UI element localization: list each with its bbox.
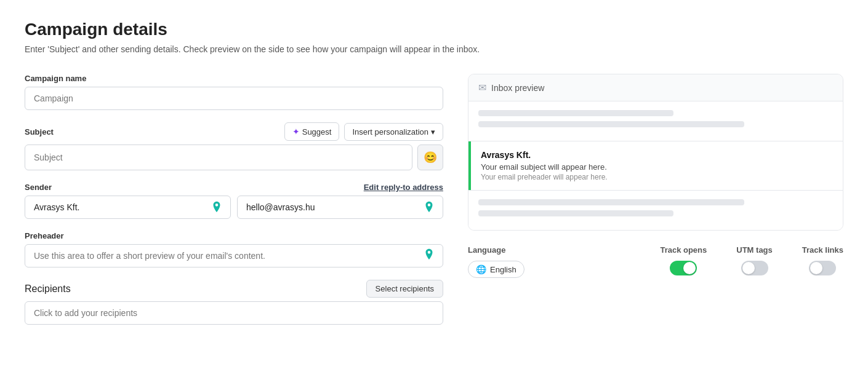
subject-input-wrap (25, 144, 412, 170)
page-title: Campaign details (25, 20, 843, 39)
skeleton-bar-1 (478, 110, 673, 116)
subject-group: Subject ✦ Suggest Insert personalization… (25, 122, 443, 170)
suggest-button[interactable]: ✦ Suggest (284, 122, 340, 141)
preheader-icon (422, 248, 436, 264)
track-opens-toggle-item: Track opens (660, 245, 707, 275)
utm-tags-label: UTM tags (736, 245, 773, 255)
envelope-icon: ✉ (478, 82, 486, 93)
sender-name-input[interactable] (25, 196, 231, 219)
subject-label: Subject (25, 127, 54, 137)
preheader-input[interactable] (25, 244, 443, 267)
suggest-label: Suggest (302, 127, 332, 137)
campaign-name-label: Campaign name (25, 74, 86, 83)
sender-row (25, 196, 443, 219)
preview-email-row: Avrasys Kft. Your email subject will app… (468, 141, 843, 191)
chevron-down-icon: ▾ (431, 127, 435, 137)
track-links-toggle[interactable] (809, 261, 836, 275)
edit-reply-to-link[interactable]: Edit reply-to address (364, 183, 443, 192)
recipients-label: Recipients (25, 283, 71, 295)
preview-subject-line: Your email subject will appear here. (481, 162, 608, 172)
language-badge[interactable]: 🌐 English (468, 261, 524, 278)
recipients-header: Recipients Select recipients (25, 280, 443, 298)
track-opens-thumb (683, 262, 696, 274)
recipients-input[interactable] (25, 301, 443, 325)
campaign-name-group: Campaign name (25, 74, 443, 110)
bottom-section: Language 🌐 English Track opens UTM ta (468, 245, 843, 278)
skeleton-bar-3 (478, 199, 744, 205)
subject-input[interactable] (25, 144, 412, 170)
preheader-group: Preheader (25, 231, 443, 267)
sender-name-field (25, 196, 231, 219)
sender-label: Sender (25, 183, 52, 192)
skeleton-bar-2 (478, 121, 744, 127)
inbox-preview-header: ✉ Inbox preview (468, 74, 843, 101)
preview-top-skeleton (468, 101, 843, 141)
recipients-group: Recipients Select recipients (25, 280, 443, 325)
preheader-label: Preheader (25, 231, 64, 240)
preview-preheader-line: Your email preheader will appear here. (481, 173, 608, 181)
sender-email-input[interactable] (237, 196, 443, 219)
toggle-group: Track opens UTM tags Track links (660, 245, 843, 275)
personalization-label: Insert personalization (352, 127, 428, 137)
page-subtitle: Enter 'Subject' and other sending detail… (25, 44, 843, 54)
left-panel: Campaign name Subject ✦ Suggest Insert p… (25, 74, 443, 337)
skeleton-bar-4 (478, 210, 673, 216)
inbox-preview-card: ✉ Inbox preview Avrasys Kft. Your email … (468, 74, 843, 231)
utm-tags-toggle-item: UTM tags (736, 245, 773, 275)
language-label: Language (468, 245, 524, 255)
subject-row: 😊 (25, 144, 443, 170)
globe-icon: 🌐 (476, 264, 486, 274)
utm-tags-toggle[interactable] (741, 261, 768, 275)
preview-bottom-skeleton (468, 191, 843, 230)
suggest-spark-icon: ✦ (292, 127, 300, 137)
subject-actions: ✦ Suggest Insert personalization ▾ (284, 122, 443, 141)
track-links-thumb (810, 262, 822, 274)
sender-name-icon (210, 200, 223, 214)
right-panel: ✉ Inbox preview Avrasys Kft. Your email … (468, 74, 843, 278)
track-opens-toggle[interactable] (670, 261, 697, 275)
preview-email-content: Avrasys Kft. Your email subject will app… (471, 141, 617, 190)
insert-personalization-button[interactable]: Insert personalization ▾ (344, 123, 443, 141)
inbox-preview-title: Inbox preview (491, 83, 544, 93)
emoji-button[interactable]: 😊 (417, 144, 443, 170)
sender-email-icon (422, 200, 436, 214)
campaign-name-input[interactable] (25, 87, 443, 110)
utm-tags-thumb (742, 262, 755, 274)
sender-group: Sender Edit reply-to address (25, 183, 443, 219)
inbox-preview-body: Avrasys Kft. Your email subject will app… (468, 101, 843, 230)
language-section: Language 🌐 English (468, 245, 524, 278)
preview-sender-name: Avrasys Kft. (481, 150, 608, 160)
select-recipients-button[interactable]: Select recipients (366, 280, 443, 298)
emoji-icon: 😊 (424, 151, 437, 164)
track-links-toggle-item: Track links (802, 245, 843, 275)
language-value: English (490, 265, 516, 274)
sender-email-field (237, 196, 443, 219)
track-links-label: Track links (802, 245, 843, 255)
track-opens-label: Track opens (660, 245, 707, 255)
